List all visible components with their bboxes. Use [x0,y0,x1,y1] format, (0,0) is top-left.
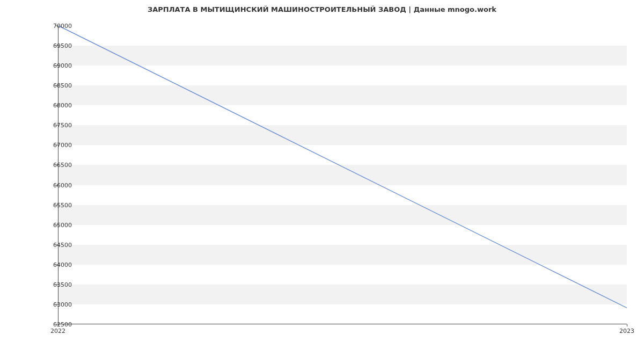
x-tick-mark [627,324,627,326]
y-tick-mark [56,205,58,205]
y-tick-mark [56,105,58,106]
chart-container: ЗАРПЛАТА В МЫТИЩИНСКИЙ МАШИНОСТРОИТЕЛЬНЫ… [0,0,644,349]
y-tick-mark [56,185,58,185]
y-tick-label: 64500 [45,241,72,248]
y-tick-label: 69500 [45,42,72,49]
y-tick-label: 65500 [45,201,72,208]
y-tick-mark [56,26,58,26]
y-tick-mark [56,145,58,146]
x-tick-label: 2022 [50,328,65,335]
y-tick-mark [56,224,58,225]
y-tick-label: 62500 [45,321,72,328]
y-tick-label: 63500 [45,281,72,288]
x-tick-mark [58,324,58,326]
y-tick-mark [56,284,58,285]
y-tick-label: 69000 [45,62,72,69]
y-tick-label: 66500 [45,162,72,169]
y-tick-mark [56,46,58,46]
x-tick-label: 2023 [619,328,634,335]
series-line [58,26,627,308]
chart-title: ЗАРПЛАТА В МЫТИЩИНСКИЙ МАШИНОСТРОИТЕЛЬНЫ… [0,5,644,13]
y-tick-label: 67000 [45,142,72,149]
y-tick-label: 66000 [45,181,72,188]
line-series [58,26,627,324]
plot-area [58,26,627,324]
y-tick-label: 67500 [45,122,72,129]
y-tick-mark [56,244,58,245]
y-tick-label: 70000 [45,23,72,30]
y-tick-mark [56,264,58,265]
y-tick-mark [56,125,58,126]
y-tick-label: 68000 [45,102,72,109]
y-tick-label: 63000 [45,301,72,308]
y-tick-label: 64000 [45,261,72,268]
y-tick-mark [56,66,58,66]
y-tick-label: 65000 [45,221,72,228]
y-tick-mark [56,165,58,165]
y-tick-mark [56,85,58,86]
y-tick-mark [56,304,58,304]
y-tick-label: 68500 [45,82,72,89]
